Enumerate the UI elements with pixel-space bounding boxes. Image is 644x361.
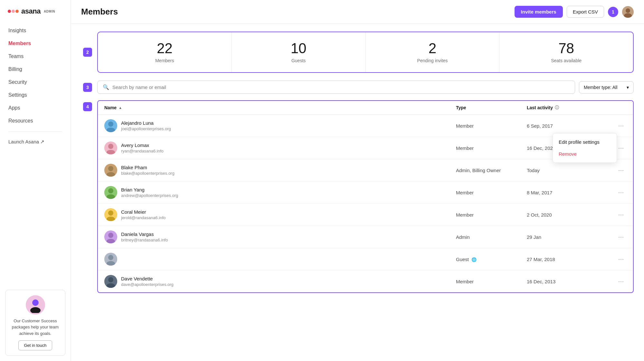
- member-info: Brian Yang andrew@apolloenterprises.org: [121, 187, 178, 198]
- search-box[interactable]: 🔍: [97, 81, 575, 94]
- member-type-filter[interactable]: Member type: All ▾: [579, 81, 634, 93]
- member-name: Brian Yang: [121, 187, 178, 192]
- logo-text: asana: [21, 7, 41, 15]
- actions-cell: ···: [607, 277, 627, 286]
- svg-point-27: [108, 277, 113, 282]
- table-header: Name ▲ Type Last activity ⓘ: [98, 101, 633, 115]
- avatar: [104, 141, 117, 154]
- more-options-button[interactable]: ···: [616, 121, 627, 131]
- user-avatar[interactable]: [622, 6, 634, 18]
- last-activity: 8 Mar, 2017: [527, 190, 607, 195]
- sidebar-nav: Insights Members Teams Billing Security …: [0, 24, 71, 285]
- member-type: Admin: [456, 234, 527, 240]
- member-type: Member: [456, 123, 527, 129]
- member-email: andrew@apolloenterprises.org: [121, 193, 178, 198]
- logo-dot-red: [8, 10, 11, 13]
- avatar: [104, 119, 117, 132]
- member-type: Member: [456, 212, 527, 218]
- launch-asana-link[interactable]: Launch Asana ↗: [4, 136, 67, 148]
- header-actions: Invite members Export CSV 1: [515, 6, 634, 18]
- edit-profile-settings-item[interactable]: Edit profile settings: [553, 136, 617, 148]
- member-name: Coral Meier: [121, 209, 166, 215]
- more-options-button[interactable]: ···: [616, 188, 627, 197]
- stat-pending: 2 Pending invites: [366, 32, 500, 72]
- svg-point-9: [108, 144, 113, 149]
- member-email: jerold@randasana6.info: [121, 215, 166, 220]
- member-info: Daniela Vargas britney@randasana6.info: [121, 231, 168, 242]
- sidebar-item-resources[interactable]: Resources: [4, 115, 67, 127]
- member-cell: Brian Yang andrew@apolloenterprises.org: [104, 186, 456, 199]
- export-csv-button[interactable]: Export CSV: [567, 6, 604, 18]
- table-row: Dave Vendette dave@apolloenterprises.org…: [98, 270, 633, 292]
- table-row: Brian Yang andrew@apolloenterprises.org …: [98, 181, 633, 204]
- last-activity: Today: [527, 168, 607, 173]
- search-icon: 🔍: [103, 84, 109, 90]
- member-cell: Avery Lomax ryan@randasana6.info: [104, 141, 456, 154]
- header: Members Invite members Export CSV 1: [71, 0, 644, 24]
- table-row: Guest 🌐 27 Mar, 2018 ···: [98, 248, 633, 270]
- member-cell: Daniela Vargas britney@randasana6.info: [104, 230, 456, 243]
- get-in-touch-button[interactable]: Get in touch: [18, 340, 52, 350]
- members-table: Name ▲ Type Last activity ⓘ: [97, 100, 634, 293]
- stat-guests: 10 Guests: [232, 32, 366, 72]
- more-options-button[interactable]: ···: [616, 166, 627, 175]
- member-email: dave@apolloenterprises.org: [121, 282, 174, 287]
- th-name[interactable]: Name ▲: [104, 105, 456, 111]
- table-row: Alejandro Luna joel@apolloenterprises.or…: [98, 115, 633, 137]
- more-options-button[interactable]: ···: [616, 210, 627, 220]
- member-cell: [104, 253, 456, 266]
- more-options-button[interactable]: ···: [616, 277, 627, 286]
- last-activity: 29 Jan: [527, 234, 607, 240]
- table-row: Coral Meier jerold@randasana6.info Membe…: [98, 204, 633, 226]
- asana-logo-icon: [8, 10, 19, 13]
- sidebar-item-insights[interactable]: Insights: [4, 24, 67, 37]
- member-cell: Blake Pham blake@apolloenterprises.org: [104, 164, 456, 177]
- member-cell: Dave Vendette dave@apolloenterprises.org: [104, 275, 456, 288]
- search-input[interactable]: [112, 84, 570, 90]
- last-activity: 27 Mar, 2018: [527, 257, 607, 262]
- svg-point-6: [108, 122, 113, 127]
- sidebar-promo: Our Customer Success packages help your …: [5, 290, 65, 356]
- logo-dot-pink: [12, 10, 15, 13]
- th-last-activity[interactable]: Last activity ⓘ: [527, 105, 607, 111]
- svg-point-12: [108, 166, 113, 171]
- notification-badge[interactable]: 1: [608, 7, 618, 17]
- filter-label: Member type: All: [584, 85, 617, 90]
- more-options-button[interactable]: ···: [616, 143, 627, 153]
- table-row: Daniela Vargas britney@randasana6.info A…: [98, 226, 633, 248]
- avatar: [104, 275, 117, 288]
- actions-cell: ···: [607, 210, 627, 220]
- member-name: Blake Pham: [121, 165, 175, 170]
- sidebar-item-billing[interactable]: Billing: [4, 63, 67, 75]
- chevron-down-icon: ▾: [627, 85, 629, 90]
- actions-cell: ···: [607, 166, 627, 175]
- stat-pending-label: Pending invites: [372, 58, 493, 63]
- more-options-button[interactable]: ···: [616, 255, 627, 264]
- member-type: Member: [456, 145, 527, 151]
- remove-member-item[interactable]: Remove: [553, 148, 617, 160]
- step-badge-3: 3: [83, 83, 92, 92]
- step-badge-4: 4: [83, 102, 92, 111]
- info-icon[interactable]: ⓘ: [555, 105, 559, 111]
- stat-seats-number: 78: [506, 41, 627, 55]
- avatar: [104, 230, 117, 243]
- member-options-dropdown: Edit profile settings Remove: [553, 133, 617, 163]
- member-type: Member: [456, 190, 527, 195]
- stat-members-number: 22: [104, 41, 225, 55]
- invite-members-button[interactable]: Invite members: [515, 6, 563, 18]
- member-info: Alejandro Luna joel@apolloenterprises.or…: [121, 120, 171, 131]
- more-options-button[interactable]: ···: [616, 232, 627, 242]
- stat-members-label: Members: [104, 58, 225, 63]
- sidebar-item-security[interactable]: Security: [4, 76, 67, 88]
- sidebar-item-members[interactable]: Members: [4, 37, 67, 50]
- sidebar-item-apps[interactable]: Apps: [4, 102, 67, 114]
- sidebar-item-teams[interactable]: Teams: [4, 50, 67, 63]
- th-type[interactable]: Type: [456, 105, 527, 111]
- sidebar: asana ADMIN Insights Members Teams Billi…: [0, 0, 71, 361]
- sidebar-item-settings[interactable]: Settings: [4, 89, 67, 101]
- member-name: Daniela Vargas: [121, 231, 168, 237]
- avatar: [104, 253, 117, 266]
- last-activity: 2 Oct, 2020: [527, 212, 607, 218]
- member-name: Alejandro Luna: [121, 120, 171, 126]
- member-cell: Alejandro Luna joel@apolloenterprises.or…: [104, 119, 456, 132]
